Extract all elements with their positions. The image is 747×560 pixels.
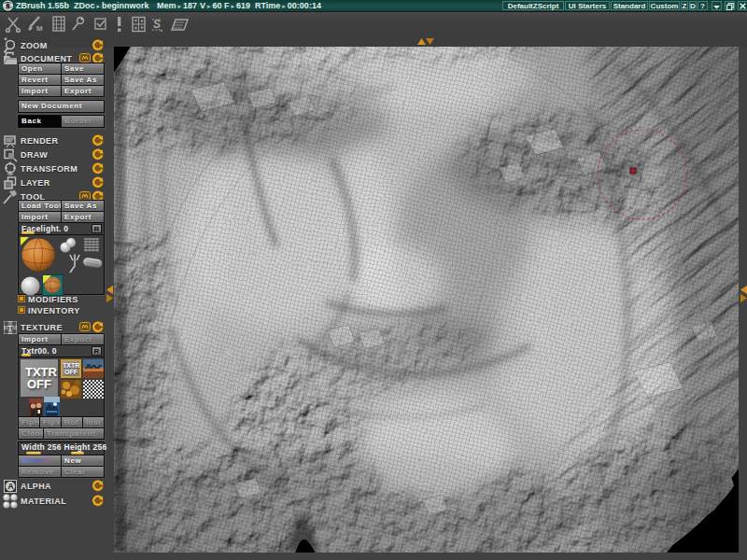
lasso-s-icon[interactable]: S [152,18,162,32]
canvas-left-scroll-marker[interactable] [106,286,114,302]
texture-clone-button[interactable]: Clone [19,428,43,439]
texture-export-button[interactable]: Export [62,334,104,344]
tool-thumb-facelight[interactable] [21,237,56,273]
window-close-button[interactable] [738,1,747,10]
texture-transparent-button[interactable]: Transparent [44,428,104,439]
scissors-icon[interactable] [7,18,21,32]
texture-import-button[interactable]: Import [19,334,61,344]
texture-gradient-button[interactable] [19,455,61,466]
canvas-top-scroll-marker[interactable] [417,37,434,46]
texture-thumb-blue[interactable] [44,397,60,416]
inventory-badge-icon [18,306,25,314]
tool-save-as-button[interactable]: Save As [62,201,104,211]
sculpt-face [114,47,739,553]
custom-button[interactable]: Custom [649,1,680,10]
document-new-group: New Document [18,100,105,113]
document-export-button[interactable]: Export [62,86,104,96]
svg-text:T: T [7,324,13,333]
transform-open-arrow-icon[interactable] [92,162,105,175]
domino-grid-icon[interactable] [133,18,145,32]
texture-thumb-off-large[interactable]: TXTR OFF [21,359,58,397]
texture-new-button[interactable]: New [62,455,104,466]
close-icon [740,3,746,9]
tool-item-slider[interactable]: Facelight. 0 R [19,223,104,234]
texture-group: Import Export Txtr00. 0 R TXTR OFF TXTR … [18,333,105,440]
border-button[interactable]: Border [62,116,104,127]
width-slider-thumb[interactable] [26,452,41,455]
tool-thumb-mesh-grid[interactable] [82,237,101,253]
help-button[interactable]: ? [698,1,708,10]
standard-button[interactable]: Standard [611,1,648,10]
load-tool-button[interactable]: Load Tool [19,201,61,211]
document-file-buttons: Open Save Revert Save As Import Export [18,63,105,97]
restore-icon [726,3,734,10]
doc-menu[interactable]: ZDoc▸beginnwork [74,0,149,11]
tool-thumb-selected[interactable] [42,274,63,296]
d-button[interactable]: D [689,1,697,10]
tool-export-button[interactable]: Export [62,212,104,222]
svg-text:A: A [7,482,14,491]
tool-restore-button[interactable]: R [92,224,102,233]
palette-material[interactable]: MATERIAL [0,495,111,510]
texture-fliph-button[interactable]: FlpH [19,417,39,427]
tool-import-button[interactable]: Import [19,212,61,222]
draw-open-arrow-icon[interactable] [92,148,105,161]
film-strip-icon[interactable] [53,17,64,31]
alpha-open-arrow-icon[interactable] [92,480,105,492]
skew-square-icon[interactable] [172,20,188,30]
texture-invr-button[interactable]: Invr [83,417,104,427]
texture-clear-button[interactable]: Clear [62,467,104,477]
height-slider-thumb[interactable] [71,452,84,455]
texture-icon: T [2,319,19,336]
texture-thumbnails: TXTR OFF TXTR OFF [19,357,104,416]
document-import-button[interactable]: Import [19,86,61,96]
window-minimize-button[interactable] [712,1,722,10]
default-zscript-button[interactable]: DefaultZScript [502,1,564,10]
document-canvas[interactable] [114,47,739,553]
back-button[interactable]: Back [19,116,61,127]
texture-remove-button[interactable]: Remove [19,467,61,477]
texture-open-arrow-icon[interactable] [92,321,105,333]
document-save-as-button[interactable]: Save As [62,75,104,85]
tool-thumb-sphere[interactable] [21,276,40,296]
tool-thumb-multispheres[interactable] [60,237,77,254]
ui-starters-button[interactable]: UI Starters [565,1,610,10]
texture-thumb-portrait[interactable] [29,399,43,416]
marker-m-icon[interactable]: M [28,17,43,33]
zoom-open-arrow-icon[interactable] [92,39,105,51]
selected-corner-marker [43,275,51,284]
document-save-button[interactable]: Save [62,63,104,74]
material-open-arrow-icon[interactable] [92,495,105,507]
modifiers-badge-icon [18,295,25,302]
render-open-arrow-icon[interactable] [92,134,105,147]
checkbox-icon[interactable] [95,19,106,29]
stat-f: F▸619 [224,0,250,11]
document-open-button[interactable]: Open [19,63,61,74]
minimize-icon [713,3,720,9]
texture-flipv-button[interactable]: FlpV [40,417,61,427]
window-restore-button[interactable] [725,1,735,10]
active-corner-marker [21,237,29,245]
texture-thumb-off-selected[interactable]: TXTR OFF [61,359,81,378]
svg-text:M: M [36,24,43,33]
exclamation-icon[interactable] [118,17,120,32]
texture-item-slider[interactable]: Txtr00. 0 R [19,345,104,357]
new-document-button[interactable]: New Document [19,101,104,112]
texture-size-sliders[interactable]: Width 256 Height 256 [19,442,104,455]
layer-open-arrow-icon[interactable] [92,176,105,189]
canvas-right-scroll-marker[interactable] [740,286,747,302]
texture-rot-button[interactable]: Rot [62,417,82,427]
document-revert-button[interactable]: Revert [19,75,61,85]
gradient-strip-icon [21,458,51,463]
texture-thumb-checker[interactable] [83,380,104,399]
z-button[interactable]: Z [681,1,688,10]
tool-thumbnails [19,235,104,294]
tool-thumb-fork[interactable] [67,254,82,273]
pin-icon[interactable] [73,18,83,30]
stat-mem: Mem▸187 [157,0,197,11]
texture-restore-button[interactable]: R [92,346,102,356]
texture-thumb-gold[interactable] [61,380,81,399]
tool-thumb-capsule[interactable] [82,257,103,271]
texture-thumb-sunset[interactable] [83,359,104,378]
sculpt-render [114,47,739,553]
